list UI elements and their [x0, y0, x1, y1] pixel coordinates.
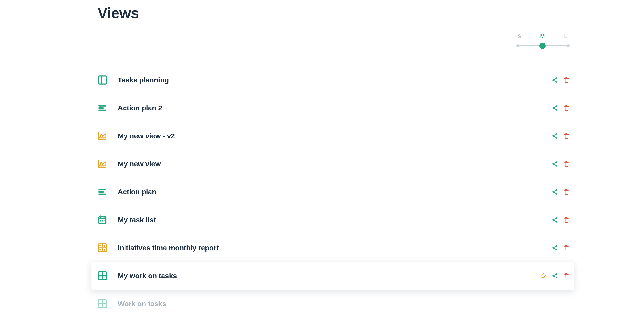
size-m-label[interactable]: M	[540, 33, 546, 40]
row-actions	[550, 104, 571, 112]
columns-icon	[98, 75, 107, 85]
area-icon	[98, 159, 107, 169]
view-row[interactable]: Action plan	[91, 178, 574, 206]
trash-icon[interactable]	[562, 76, 571, 84]
size-s-label[interactable]: S	[516, 33, 522, 40]
share-icon[interactable]	[550, 188, 559, 196]
view-row-label: My task list	[118, 216, 156, 224]
trash-icon[interactable]	[562, 243, 571, 252]
trash-icon[interactable]	[562, 215, 571, 224]
trash-icon[interactable]	[562, 132, 571, 140]
grid-icon	[98, 299, 107, 308]
share-icon[interactable]	[550, 76, 559, 84]
row-actions	[550, 243, 571, 252]
share-icon[interactable]	[550, 271, 559, 280]
trash-icon[interactable]	[562, 160, 571, 168]
page-title: Views	[98, 4, 570, 22]
size-step-l[interactable]	[567, 44, 570, 47]
share-icon[interactable]	[550, 243, 559, 252]
share-icon[interactable]	[550, 215, 559, 224]
view-row[interactable]: My task list	[91, 206, 574, 234]
rows-icon	[98, 187, 107, 197]
view-row[interactable]: Action plan 2	[91, 94, 574, 122]
size-handle[interactable]	[540, 43, 546, 49]
trash-icon[interactable]	[562, 188, 571, 196]
view-row[interactable]: My new view - v2	[91, 122, 574, 150]
row-actions	[550, 160, 571, 168]
view-row-label: Initiatives time monthly report	[118, 244, 219, 252]
view-row-label: My new view - v2	[118, 132, 175, 140]
row-actions	[550, 76, 571, 84]
view-row[interactable]: My work on Key Results	[91, 318, 574, 324]
view-row-label: Action plan	[118, 188, 156, 196]
size-step-s[interactable]	[516, 44, 519, 47]
size-l-label[interactable]: L	[563, 33, 568, 40]
views-list: Tasks planningAction plan 2My new view -…	[91, 66, 574, 324]
calc-icon	[98, 243, 107, 253]
view-row-label: Action plan 2	[118, 104, 162, 112]
area-icon	[98, 131, 107, 141]
row-actions	[550, 215, 571, 224]
row-actions	[550, 132, 571, 140]
view-row-label: My new view	[118, 160, 161, 168]
row-actions	[539, 271, 571, 280]
view-row[interactable]: Tasks planning	[91, 66, 574, 94]
view-row-label: My work on tasks	[118, 272, 177, 280]
star-icon[interactable]	[539, 271, 548, 280]
view-row-label: Work on tasks	[118, 300, 166, 308]
rows-icon	[98, 103, 107, 113]
share-icon[interactable]	[550, 104, 559, 112]
trash-icon[interactable]	[562, 104, 571, 112]
view-row[interactable]: My new view	[91, 150, 574, 178]
view-row-label: Tasks planning	[118, 76, 169, 84]
view-row[interactable]: Initiatives time monthly report	[91, 234, 574, 262]
share-icon[interactable]	[550, 132, 559, 140]
share-icon[interactable]	[550, 160, 559, 168]
grid-icon	[98, 271, 107, 281]
trash-icon[interactable]	[562, 271, 571, 280]
view-row[interactable]: Work on tasks	[91, 290, 574, 318]
calendar-icon	[98, 215, 107, 225]
view-size-slider[interactable]: S M L	[516, 33, 570, 49]
row-actions	[550, 188, 571, 196]
view-row[interactable]: My work on tasks	[91, 262, 574, 290]
